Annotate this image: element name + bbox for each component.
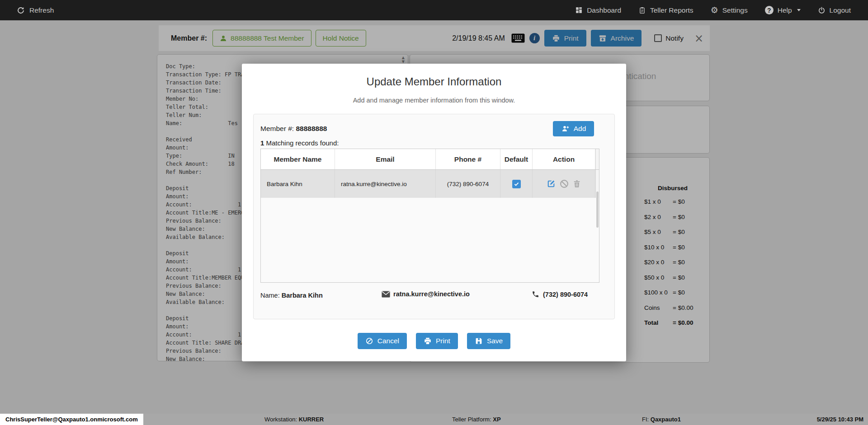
gear-icon: ⚙ [711,6,718,14]
cell-email: ratna.kurre@kinective.io [335,170,436,198]
nav-item-label: Logout [830,6,851,14]
summary-phone: (732) 890-6074 [532,290,588,298]
envelope-icon [382,291,390,298]
summary-name-label: Name: [260,292,282,299]
add-label: Add [574,125,586,133]
default-checkbox-checked[interactable] [512,180,521,188]
nav-item-dashboard[interactable]: Dashboard [575,6,621,14]
column-header-action: Action [533,149,595,169]
modal-inner-panel: Member #: 88888888 Add 1 Matching record… [253,114,615,319]
top-nav-bar: Refresh Dashboard Teller Reports ⚙ [0,0,868,20]
block-record-button[interactable] [559,179,569,189]
selected-record-summary: Name: Barbara Kihn ratna.kurre@kinective… [260,286,599,306]
dashboard-icon [575,6,583,14]
help-icon: ? [765,6,774,14]
power-icon [818,6,826,14]
refresh-icon [17,6,25,14]
nav-item-logout[interactable]: Logout [818,6,851,14]
phone-icon [532,290,539,298]
checkmark-icon [514,181,519,187]
nav-item-settings[interactable]: ⚙ Settings [711,6,748,14]
table-scrollbar[interactable] [595,149,599,169]
matching-records-text: 1 Matching records found: [260,139,339,147]
fi-status: FI: Qaxpauto1 [642,414,681,425]
summary-email-value: ratna.kurre@kinective.io [393,290,470,298]
modal-member-number: Member #: 88888888 [260,125,327,133]
modal-print-label: Print [436,337,450,345]
cell-phone: (732) 890-6074 [436,170,500,198]
workstation-status: Workstation: KURRER [264,414,324,425]
cancel-label: Cancel [377,337,399,345]
table-header-row: Member Name Email Phone # Default Action [261,149,599,170]
clipboard-icon [638,6,646,14]
nav-item-teller-reports[interactable]: Teller Reports [638,6,693,14]
edit-icon [546,179,556,189]
add-member-button[interactable]: Add [553,121,594,136]
update-member-modal: Update Member Information Add and manage… [242,64,626,361]
cancel-icon [365,337,373,345]
column-header-phone: Phone # [436,149,500,169]
cell-action [533,170,595,198]
nav-item-label: Help [778,6,792,14]
cell-member-name: Barbara Kihn [261,170,335,198]
refresh-button[interactable]: Refresh [0,6,54,14]
summary-email: ratna.kurre@kinective.io [382,290,470,298]
scrollbar-thumb[interactable] [596,191,599,228]
person-add-icon [561,125,570,133]
column-header-default: Default [500,149,533,169]
nav-item-label: Dashboard [587,6,621,14]
cell-default [500,170,533,198]
summary-name-value: Barbara Kihn [282,292,323,299]
table-scrollbar[interactable] [595,170,599,198]
refresh-label: Refresh [29,6,54,14]
status-bar: ChrisSuperTeller@Qaxpauto1.onmicrosoft.c… [0,414,868,425]
modal-buttons: Cancel Print Save [242,333,626,349]
column-header-email: Email [335,149,436,169]
chevron-down-icon [797,9,801,11]
status-datetime: 5/29/25 10:43 PM [817,414,863,425]
modal-member-value: 88888888 [296,125,327,132]
trash-icon [572,179,581,189]
column-header-member-name: Member Name [261,149,335,169]
table-row[interactable]: Barbara Kihn ratna.kurre@kinective.io (7… [261,170,599,198]
save-button[interactable]: Save [467,333,510,349]
member-records-table: Member Name Email Phone # Default Action… [260,149,599,283]
teller-platform-status: Teller Platform: XP [452,414,501,425]
logged-in-user: ChrisSuperTeller@Qaxpauto1.onmicrosoft.c… [0,414,143,425]
nav-item-label: Teller Reports [650,6,693,14]
summary-phone-value: (732) 890-6074 [543,291,588,298]
cancel-button[interactable]: Cancel [358,333,407,349]
save-icon [475,337,483,345]
modal-title: Update Member Information [242,75,626,88]
nav-menu: Dashboard Teller Reports ⚙ Settings ? He… [575,6,868,14]
modal-member-label: Member #: [260,125,294,132]
summary-name: Name: Barbara Kihn [260,292,323,299]
modal-subtitle: Add and manage member information from t… [242,97,626,104]
nav-item-label: Settings [722,6,748,14]
printer-icon [424,337,432,345]
delete-record-button[interactable] [572,179,581,189]
teller-app-screen: Refresh Dashboard Teller Reports ⚙ [0,0,868,425]
edit-record-button[interactable] [546,179,556,189]
modal-print-button[interactable]: Print [416,333,458,349]
save-label: Save [487,337,503,345]
block-icon [559,179,569,189]
nav-item-help[interactable]: ? Help [765,6,801,14]
